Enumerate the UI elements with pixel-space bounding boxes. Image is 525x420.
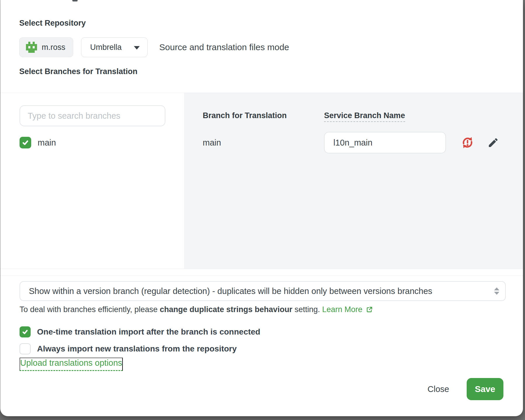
checkmark-icon [22,328,29,335]
repository-select[interactable]: Umbrella [81,37,148,57]
pencil-icon[interactable] [487,137,499,148]
service-branch-header-row: Branch for Translation Service Branch Na… [203,111,523,120]
service-branch-row: main [203,132,523,153]
always-import-label: Always import new translations from the … [37,344,237,354]
duplicates-help-text: To deal with branches efficiently, pleas… [20,305,373,314]
translation-branch-name: main [203,138,324,148]
account-button[interactable]: m.ross [19,37,73,57]
select-branches-heading: Select Branches for Translation [19,67,137,76]
help-bold: change duplicate strings behaviour [160,305,293,314]
select-repository-heading: Select Repository [19,19,86,28]
help-prefix: To deal with branches efficiently, pleas… [20,305,160,314]
learn-more-link[interactable]: Learn More [322,305,373,314]
service-branch-panel: Branch for Translation Service Branch Na… [184,93,523,269]
account-name: m.ross [42,43,65,52]
files-mode-label: Source and translation files mode [159,42,289,52]
branch-list-item[interactable]: main [20,137,184,148]
branch-name-label: main [38,138,56,148]
service-branch-input[interactable] [324,132,446,153]
chevron-down-icon [134,46,140,50]
branch-search-input[interactable] [20,105,165,126]
save-button[interactable]: Save [467,378,503,400]
repository-row: m.ross Umbrella Source and translation f… [19,37,289,57]
checkmark-icon [22,139,29,146]
dialog-footer: Close Save [426,378,503,400]
up-down-spinner-icon [494,288,499,295]
section-divider [0,275,523,276]
learn-more-label: Learn More [322,305,362,314]
service-branch-name-header: Service Branch Name [324,111,405,122]
always-import-option[interactable]: Always import new translations from the … [20,342,260,356]
one-time-import-label: One-time translation import after the br… [37,327,260,337]
branch-checkbox[interactable] [20,137,31,148]
upload-translations-options-link[interactable]: Upload translations options [20,358,123,371]
import-options: One-time translation import after the br… [20,325,260,356]
cutoff-element-fragment [72,0,78,1]
external-link-icon [365,306,373,314]
duplicate-strings-select-value: Show within a version branch (regular de… [20,286,505,296]
close-button[interactable]: Close [426,382,451,397]
branch-for-translation-header: Branch for Translation [203,111,324,120]
branch-list-panel: main [0,93,184,269]
branch-selection-section: main Branch for Translation Service Bran… [0,93,523,269]
repository-settings-dialog: Select Repository m.ross Umbrella Source… [0,0,523,416]
repository-select-value: Umbrella [90,43,122,52]
identicon-avatar [26,42,37,53]
always-import-checkbox[interactable] [20,343,31,354]
one-time-import-option[interactable]: One-time translation import after the br… [20,325,260,339]
one-time-import-checkbox[interactable] [20,326,31,337]
duplicate-strings-select[interactable]: Show within a version branch (regular de… [20,281,506,301]
help-suffix: setting. [292,305,322,314]
sync-warning-icon[interactable] [461,136,474,149]
